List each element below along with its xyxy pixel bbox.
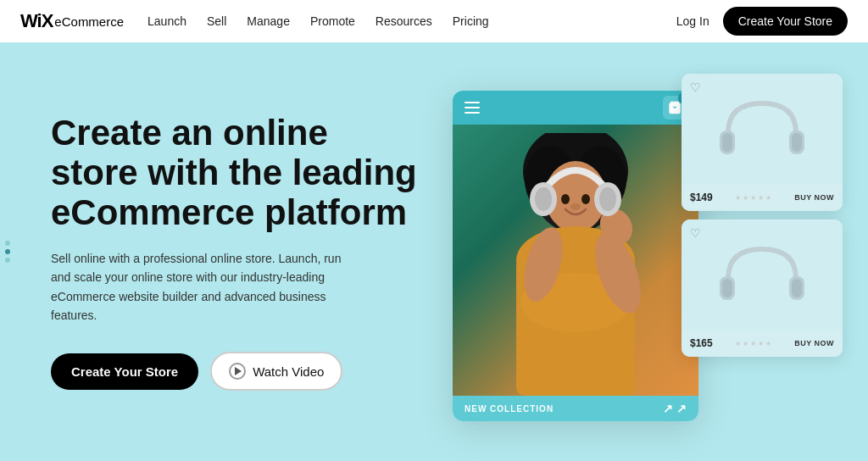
scroll-dot-2 bbox=[5, 249, 10, 254]
login-button[interactable]: Log In bbox=[676, 14, 709, 28]
navbar: WiX eCommerce Launch Sell Manage Promote… bbox=[0, 0, 868, 42]
arrow-diagonal-icon-2: ↗ bbox=[676, 402, 687, 415]
hero-subtitle: Sell online with a professional online s… bbox=[51, 249, 356, 325]
svg-point-17 bbox=[581, 194, 590, 204]
heart-icon-2: ♡ bbox=[690, 226, 701, 240]
play-triangle bbox=[235, 367, 242, 375]
nav-right: Log In Create Your Store bbox=[676, 7, 848, 36]
star-2: ★ bbox=[743, 194, 748, 202]
buy-now-2[interactable]: BUY NOW bbox=[794, 339, 834, 347]
product-price-2: $165 bbox=[690, 337, 713, 349]
product-stars-1: ★ ★ ★ ★ ★ bbox=[735, 194, 771, 202]
product-cards: ♡ $149 ★ ★ ★ ★ bbox=[682, 74, 843, 357]
product-card-footer-2: $165 ★ ★ ★ ★ ★ BUY NOW bbox=[682, 330, 843, 357]
watch-video-label: Watch Video bbox=[253, 364, 324, 379]
nav-link-manage[interactable]: Manage bbox=[247, 14, 290, 28]
hero-cta-button[interactable]: Create Your Store bbox=[51, 353, 198, 390]
product-price-1: $149 bbox=[690, 192, 713, 203]
headphone-product-2 bbox=[711, 232, 813, 317]
scroll-indicator bbox=[5, 241, 10, 263]
product-card-2: ♡ $165 ★ ★ ★ ★ bbox=[682, 219, 843, 357]
svg-point-18 bbox=[570, 203, 581, 210]
hero-text: Create an online store with the leading … bbox=[51, 113, 424, 392]
product-card-footer-1: $149 ★ ★ ★ ★ ★ BUY NOW bbox=[682, 184, 843, 211]
nav-cta-button[interactable]: Create Your Store bbox=[723, 7, 848, 36]
svg-point-15 bbox=[599, 187, 616, 211]
hero-watch-button[interactable]: Watch Video bbox=[210, 352, 342, 391]
hero-section: Create an online store with the leading … bbox=[0, 42, 868, 461]
star-7: ★ bbox=[743, 340, 748, 347]
svg-point-16 bbox=[561, 194, 570, 204]
star-5: ★ bbox=[765, 194, 771, 202]
store-card-footer: NEW COLLECTION ↗ ↗ bbox=[453, 396, 698, 421]
scroll-dot-1 bbox=[5, 241, 10, 246]
headphone-product-1 bbox=[711, 86, 813, 171]
nav-left: WiX eCommerce Launch Sell Manage Promote… bbox=[20, 10, 489, 32]
store-card-image bbox=[453, 125, 698, 396]
scroll-dot-3 bbox=[5, 258, 10, 263]
svg-rect-25 bbox=[722, 279, 732, 297]
product-stars-2: ★ ★ ★ ★ ★ bbox=[735, 340, 771, 347]
store-card-header: 2 bbox=[453, 91, 698, 125]
arrow-icons: ↗ ↗ bbox=[663, 402, 687, 415]
logo-wix: WiX bbox=[20, 10, 53, 32]
star-3: ★ bbox=[750, 194, 756, 202]
buy-now-1[interactable]: BUY NOW bbox=[794, 193, 834, 202]
product-card-image-1: ♡ bbox=[682, 74, 843, 184]
logo[interactable]: WiX eCommerce bbox=[20, 10, 124, 32]
star-9: ★ bbox=[758, 340, 764, 347]
woman-figure bbox=[491, 133, 660, 396]
svg-point-13 bbox=[535, 187, 552, 211]
nav-link-pricing[interactable]: Pricing bbox=[453, 14, 489, 28]
nav-links: Launch Sell Manage Promote Resources Pri… bbox=[147, 14, 489, 29]
store-card: 2 bbox=[453, 91, 698, 421]
star-8: ★ bbox=[750, 340, 756, 347]
hamburger-icon bbox=[465, 102, 480, 114]
svg-rect-26 bbox=[792, 279, 802, 297]
hero-mockup: 2 bbox=[453, 74, 843, 430]
logo-ecommerce: eCommerce bbox=[54, 14, 124, 29]
svg-rect-22 bbox=[792, 133, 802, 152]
heart-icon-1: ♡ bbox=[690, 81, 701, 94]
nav-link-launch[interactable]: Launch bbox=[147, 14, 186, 28]
hero-title: Create an online store with the leading … bbox=[51, 113, 424, 232]
new-collection-label: NEW COLLECTION bbox=[465, 404, 554, 414]
svg-rect-21 bbox=[722, 133, 732, 152]
nav-link-sell[interactable]: Sell bbox=[207, 14, 226, 28]
star-10: ★ bbox=[765, 340, 771, 347]
product-card-1: ♡ $149 ★ ★ ★ ★ bbox=[682, 74, 843, 211]
star-1: ★ bbox=[735, 194, 741, 202]
hero-buttons: Create Your Store Watch Video bbox=[51, 352, 424, 391]
star-6: ★ bbox=[735, 340, 741, 347]
star-4: ★ bbox=[758, 194, 764, 202]
arrow-diagonal-icon: ↗ bbox=[663, 402, 673, 415]
product-card-image-2: ♡ bbox=[682, 219, 843, 330]
nav-link-resources[interactable]: Resources bbox=[376, 14, 432, 28]
play-icon bbox=[229, 363, 246, 380]
nav-link-promote[interactable]: Promote bbox=[310, 14, 355, 28]
